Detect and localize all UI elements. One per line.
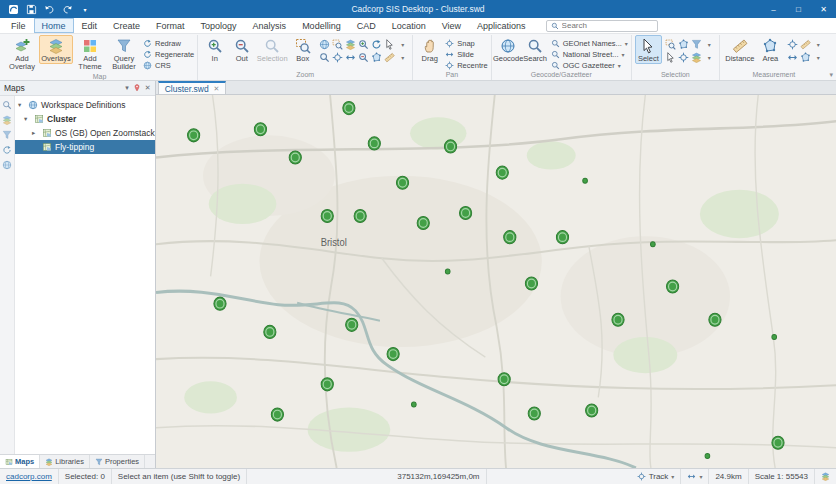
tab-applications[interactable]: Applications <box>469 18 534 33</box>
measurement-tool-icon[interactable] <box>799 38 812 51</box>
panel-tool-overlay-icon[interactable] <box>2 115 12 125</box>
redo-icon[interactable] <box>60 3 74 16</box>
distance-button[interactable]: Distance <box>723 35 757 64</box>
minimize-button[interactable]: – <box>761 0 786 18</box>
measurement-more-caret-icon[interactable]: ▾ <box>812 51 825 64</box>
selection-more-caret-icon[interactable]: ▾ <box>703 38 716 51</box>
pan-snap-button[interactable]: Snap <box>445 38 487 48</box>
expander-icon[interactable]: ▸ <box>32 129 39 137</box>
selection-tool-icon[interactable] <box>664 51 677 64</box>
panel-tool-globe-icon[interactable] <box>2 160 12 170</box>
panel-tab-maps[interactable]: Maps <box>0 455 40 468</box>
tab-create[interactable]: Create <box>105 18 148 33</box>
zoom-tool-icon[interactable] <box>318 51 331 64</box>
zoom-more-caret-icon[interactable]: ▾ <box>396 38 409 51</box>
regenerate-button[interactable]: Regenerate <box>143 49 194 59</box>
map-canvas[interactable]: Bristol <box>156 95 836 468</box>
zoom-box-button[interactable]: Box <box>289 35 316 64</box>
zoom-tool-icon[interactable] <box>370 51 383 64</box>
document-tab-cluster[interactable]: Cluster.swd ✕ <box>158 81 227 94</box>
map-scale[interactable]: Scale 1: 55543 <box>749 469 815 484</box>
expander-icon[interactable]: ▾ <box>24 115 31 123</box>
ogc-gazetteer-button[interactable]: OGC Gazetteer ▾ <box>551 60 628 70</box>
cluster-marker[interactable] <box>650 242 655 247</box>
panel-tab-properties[interactable]: Properties <box>90 455 145 468</box>
undo-icon[interactable] <box>42 3 56 16</box>
zoom-tool-icon[interactable] <box>370 38 383 51</box>
selection-tool-icon[interactable] <box>690 51 703 64</box>
zoom-tool-icon[interactable] <box>344 51 357 64</box>
panel-pin-icon[interactable] <box>133 84 141 92</box>
tab-analysis[interactable]: Analysis <box>245 18 295 33</box>
redraw-button[interactable]: Redraw <box>143 38 194 48</box>
expander-icon[interactable]: ▾ <box>18 101 25 109</box>
tab-view[interactable]: View <box>434 18 469 33</box>
search-input[interactable] <box>562 21 653 30</box>
panel-close-icon[interactable]: ✕ <box>145 84 151 92</box>
tab-format[interactable]: Format <box>148 18 193 33</box>
snap-mode-button[interactable]: ▾ <box>681 469 709 484</box>
measurement-tool-icon[interactable] <box>786 51 799 64</box>
selection-tool-icon[interactable] <box>664 38 677 51</box>
cluster-marker[interactable] <box>445 269 450 274</box>
panel-tool-filter-icon[interactable] <box>2 130 12 140</box>
tab-cad[interactable]: CAD <box>349 18 384 33</box>
tab-edit[interactable]: Edit <box>74 18 106 33</box>
zoom-extent-icon[interactable] <box>318 38 331 51</box>
zoom-tool-icon[interactable] <box>357 38 370 51</box>
zoom-tool-icon[interactable] <box>383 51 396 64</box>
tree-item-fly-tipping[interactable]: Fly-tipping <box>15 140 155 154</box>
geonet-names-button[interactable]: GEOnet Names... ▾ <box>551 38 628 48</box>
snap-caret-icon[interactable]: ▾ <box>699 473 702 480</box>
qat-customize-caret-icon[interactable]: ▾ <box>78 3 92 16</box>
tab-home[interactable]: Home <box>34 18 74 33</box>
selection-more-caret-icon[interactable]: ▾ <box>703 51 716 64</box>
ribbon-collapse-icon[interactable]: ▾ <box>829 71 833 79</box>
selection-tool-icon[interactable] <box>677 51 690 64</box>
zoom-tool-icon[interactable] <box>357 51 370 64</box>
select-button[interactable]: Select <box>635 35 662 64</box>
cadcorp-link[interactable]: cadcorp.com <box>6 472 52 481</box>
measurement-tool-icon[interactable] <box>786 38 799 51</box>
zoom-out-button[interactable]: Out <box>228 35 255 64</box>
save-icon[interactable] <box>24 3 38 16</box>
gazetteer-search-button[interactable]: Search <box>522 35 549 64</box>
caret-down-icon[interactable]: ▾ <box>618 62 621 69</box>
close-button[interactable]: ✕ <box>811 0 836 18</box>
zoom-more-caret-icon[interactable]: ▾ <box>396 51 409 64</box>
panel-menu-caret-icon[interactable]: ▾ <box>125 84 129 92</box>
cluster-marker[interactable] <box>582 178 587 183</box>
panel-tab-libraries[interactable]: Libraries <box>40 455 90 468</box>
zoom-in-button[interactable]: In <box>201 35 228 64</box>
caret-down-icon[interactable]: ▾ <box>625 40 628 47</box>
track-toggle[interactable]: Track ▾ <box>631 469 682 484</box>
national-street-button[interactable]: National Street... ▾ <box>551 49 628 59</box>
cluster-marker[interactable] <box>772 334 777 339</box>
tree-item-cluster[interactable]: ▾ Cluster <box>15 112 155 126</box>
caret-down-icon[interactable]: ▾ <box>622 51 625 58</box>
pan-recentre-button[interactable]: Recentre <box>445 60 487 70</box>
geocode-button[interactable]: Geocode <box>495 35 522 64</box>
tree-item-os-open-zoomstack[interactable]: ▸ OS (GB) Open Zoomstack <box>15 126 155 140</box>
view-options-button[interactable] <box>815 469 836 484</box>
tree-item-workspace-definitions[interactable]: ▾ Workspace Definitions <box>15 98 155 112</box>
zoom-tool-icon[interactable] <box>331 51 344 64</box>
measurement-tool-icon[interactable] <box>799 51 812 64</box>
tab-file[interactable]: File <box>3 18 34 33</box>
ribbon-search-box[interactable] <box>546 20 658 32</box>
zoom-tool-icon[interactable] <box>344 38 357 51</box>
tab-modelling[interactable]: Modelling <box>294 18 349 33</box>
cluster-marker[interactable] <box>411 402 416 407</box>
panel-tool-search-icon[interactable] <box>2 100 12 110</box>
tab-location[interactable]: Location <box>384 18 434 33</box>
selection-tool-icon[interactable] <box>677 38 690 51</box>
query-builder-button[interactable]: Query Builder <box>107 35 141 72</box>
add-overlay-button[interactable]: Add Overlay <box>5 35 39 72</box>
crs-button[interactable]: CRS <box>143 60 194 70</box>
track-caret-icon[interactable]: ▾ <box>671 473 674 480</box>
zoom-selection-button[interactable]: Selection <box>255 35 289 64</box>
map-svg[interactable]: Bristol <box>156 95 836 468</box>
add-theme-button[interactable]: Add Theme <box>73 35 107 72</box>
maximize-button[interactable]: □ <box>786 0 811 18</box>
pan-slide-button[interactable]: Slide <box>445 49 487 59</box>
